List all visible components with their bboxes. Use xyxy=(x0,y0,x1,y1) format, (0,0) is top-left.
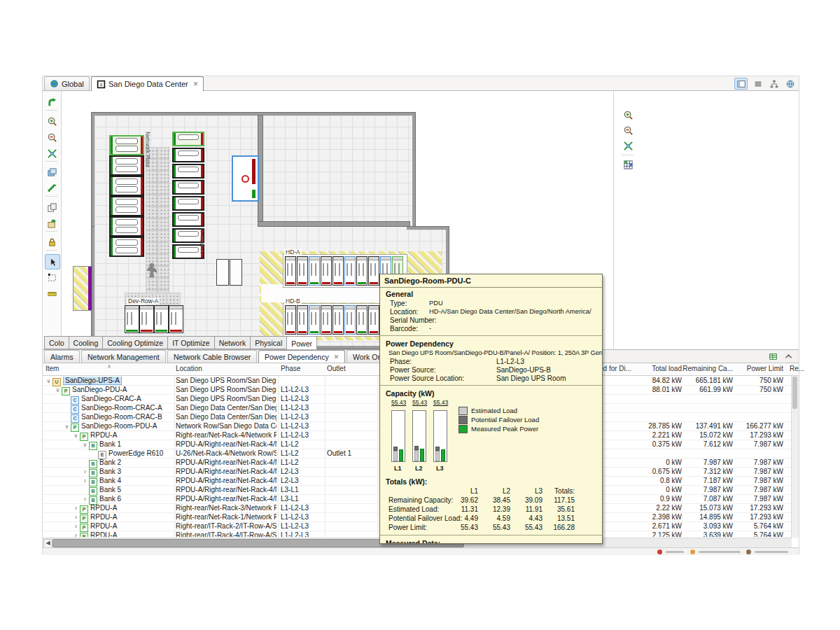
twistie-open-icon[interactable]: ∨ xyxy=(73,433,79,439)
rack[interactable] xyxy=(332,305,344,335)
column-header-0[interactable]: Item∧ xyxy=(46,365,172,372)
editor-tab-san-diego-data-center[interactable]: sSan Diego Data Center✕ xyxy=(91,76,204,91)
twistie-closed-icon[interactable]: › xyxy=(73,523,79,530)
rack[interactable] xyxy=(285,305,296,335)
selection-box-tool[interactable] xyxy=(45,270,59,284)
column-header-8[interactable]: Re... xyxy=(790,365,811,372)
equipment-box[interactable] xyxy=(230,259,242,286)
scrollbar-thumb[interactable] xyxy=(792,377,797,409)
grid-view-tool[interactable] xyxy=(621,158,635,172)
power-limit-cell: 7.987 kW xyxy=(727,486,783,493)
view-tab-physical[interactable]: Physical xyxy=(251,336,287,349)
view-tab-power[interactable]: Power xyxy=(287,336,317,350)
column-header-3[interactable]: Outlet xyxy=(327,365,376,372)
twistie-closed-icon[interactable]: › xyxy=(73,532,79,537)
zoom-out-tool[interactable] xyxy=(45,130,59,144)
rack[interactable] xyxy=(109,216,144,237)
rack[interactable] xyxy=(344,256,356,286)
zoom-out-tool[interactable] xyxy=(621,123,635,137)
rack[interactable] xyxy=(125,305,139,333)
zoom-in-tool[interactable] xyxy=(621,108,635,122)
rack[interactable] xyxy=(109,135,144,155)
rack[interactable] xyxy=(321,305,332,335)
rack[interactable] xyxy=(321,256,332,286)
rack[interactable] xyxy=(172,164,204,178)
close-icon[interactable]: ✕ xyxy=(193,80,199,88)
editor-tab-global[interactable]: Global xyxy=(44,76,90,90)
rack[interactable] xyxy=(356,305,368,335)
power-limit-cell: 7.987 kW xyxy=(727,440,783,448)
twistie-open-icon[interactable]: ∨ xyxy=(46,378,52,384)
twistie-closed-icon[interactable]: › xyxy=(82,468,88,475)
measure-tool[interactable] xyxy=(45,181,59,195)
twistie-closed-icon[interactable]: › xyxy=(82,477,88,484)
select-cursor-tool[interactable] xyxy=(45,254,60,270)
zoom-in-tool[interactable] xyxy=(45,114,59,128)
split-panel-icon[interactable] xyxy=(734,78,748,90)
view-tab-colo[interactable]: Colo xyxy=(44,336,69,349)
twistie-closed-icon[interactable]: › xyxy=(73,505,79,512)
floor-pdu-unit[interactable] xyxy=(232,155,259,202)
rack[interactable] xyxy=(109,155,144,176)
rack[interactable] xyxy=(368,305,379,335)
twistie-open-icon[interactable]: ∨ xyxy=(82,442,88,448)
copy-tool[interactable] xyxy=(45,200,59,214)
column-header-1[interactable]: Location xyxy=(176,365,276,372)
view-tab-network[interactable]: Network xyxy=(215,336,251,349)
fit-view-tool[interactable] xyxy=(45,146,59,160)
rack[interactable] xyxy=(109,176,144,196)
rack[interactable] xyxy=(285,256,296,286)
rack[interactable] xyxy=(344,305,356,335)
ruler-tool[interactable] xyxy=(45,286,59,300)
rack[interactable] xyxy=(297,305,308,335)
rack[interactable] xyxy=(309,305,320,335)
rack[interactable] xyxy=(172,212,204,227)
twistie-closed-icon[interactable]: › xyxy=(73,514,79,521)
column-header-6[interactable]: Remaining Ca... xyxy=(670,365,733,372)
warning-badge-icon xyxy=(690,550,695,554)
rack[interactable] xyxy=(169,305,183,333)
rack[interactable] xyxy=(172,132,204,146)
fit-view-tool[interactable] xyxy=(621,139,635,153)
layers-tool[interactable] xyxy=(45,165,59,179)
rack[interactable] xyxy=(139,305,154,333)
column-header-2[interactable]: Phase xyxy=(281,365,324,372)
panel-tab-power-dependency[interactable]: Power Dependency✕ xyxy=(258,350,345,363)
rack[interactable] xyxy=(109,237,144,257)
minimize-icon[interactable] xyxy=(783,351,794,362)
panel-tab-alarms[interactable]: Alarms xyxy=(44,350,80,363)
column-header-7[interactable]: Power Limit xyxy=(727,365,783,372)
view-tab-it-optimize[interactable]: IT Optimize xyxy=(168,336,214,349)
close-icon[interactable]: ✕ xyxy=(334,354,340,360)
rack[interactable] xyxy=(109,196,144,216)
equipment-box[interactable] xyxy=(216,259,229,286)
pane-divider[interactable] xyxy=(613,91,614,349)
vertical-scrollbar[interactable] xyxy=(791,376,799,538)
rack[interactable] xyxy=(154,305,169,333)
twistie-open-icon[interactable]: ∨ xyxy=(64,424,70,430)
view-tab-cooling[interactable]: Cooling xyxy=(69,336,104,349)
hierarchy-icon[interactable] xyxy=(768,78,780,89)
undo-tool[interactable] xyxy=(45,95,59,109)
rack[interactable] xyxy=(172,196,204,211)
panel-tab-network-cable-browser[interactable]: Network Cable Browser xyxy=(167,350,257,363)
rack[interactable] xyxy=(309,256,320,286)
table-icon[interactable] xyxy=(767,351,779,362)
rack[interactable] xyxy=(332,256,344,286)
lock-tool[interactable] xyxy=(45,235,59,249)
rack[interactable] xyxy=(297,256,308,286)
export-tool[interactable] xyxy=(45,216,59,230)
twistie-open-icon[interactable]: ∨ xyxy=(55,387,61,393)
twistie-closed-icon[interactable]: › xyxy=(82,496,88,503)
field-value: PDU xyxy=(429,300,443,307)
rack[interactable] xyxy=(356,256,368,286)
view-tab-cooling-optimize[interactable]: Cooling Optimize xyxy=(103,336,168,349)
estimated-load-bar xyxy=(393,451,398,461)
menu-icon[interactable] xyxy=(752,78,764,89)
panel-tab-network-management[interactable]: Network Management xyxy=(81,350,166,363)
rack[interactable] xyxy=(172,180,204,195)
rack[interactable] xyxy=(368,256,379,286)
rack[interactable] xyxy=(172,148,204,162)
phase-cell: L1-L2-L3 xyxy=(281,386,324,393)
globe-tool-icon[interactable] xyxy=(784,78,796,89)
